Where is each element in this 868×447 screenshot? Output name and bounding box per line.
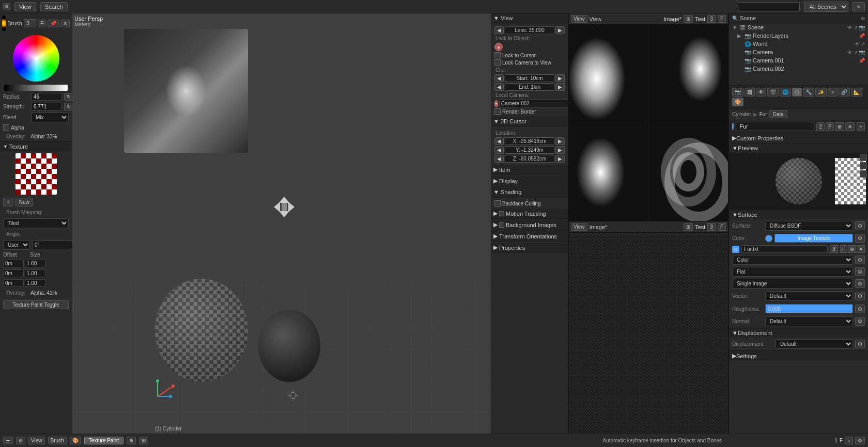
bottom-global-btn[interactable]: ⊕: [16, 437, 25, 444]
vector-select[interactable]: Default: [765, 291, 853, 301]
color-strip[interactable]: [4, 85, 68, 91]
img-header-action-btn[interactable]: ⊞: [684, 15, 693, 23]
img-f-btn[interactable]: F: [718, 15, 726, 23]
flat-opt-settings-btn[interactable]: ⚙: [855, 267, 865, 276]
angle-mode-select[interactable]: User: [3, 240, 30, 250]
single-image-settings-btn[interactable]: ⚙: [855, 279, 865, 288]
cursor-y-dec[interactable]: ◀: [494, 146, 504, 154]
size-x-input[interactable]: [25, 260, 45, 267]
tex-link-btn[interactable]: ⊕: [848, 245, 856, 253]
lock-camera-checkbox[interactable]: Lock Camera to View: [493, 59, 566, 66]
texture-paint-toggle-btn[interactable]: Texture Paint Toggle: [3, 300, 69, 309]
preview-cube-icon[interactable]: [860, 162, 867, 169]
normal-select[interactable]: Default: [765, 316, 853, 326]
viewport-3d[interactable]: User Persp Meters: [72, 13, 491, 434]
clip-start-inc[interactable]: ▶: [555, 74, 565, 82]
lens-dec-btn[interactable]: ◀: [494, 26, 504, 34]
surface-type-settings-btn[interactable]: ⚙: [855, 221, 865, 230]
brush-num-input[interactable]: [24, 19, 36, 27]
scene-vis-btn[interactable]: 👁: [847, 25, 853, 30]
radius-input[interactable]: [31, 93, 62, 101]
material-name-input[interactable]: [736, 122, 814, 131]
clip-start-dec[interactable]: ◀: [494, 74, 504, 82]
offset-y-input[interactable]: [3, 269, 24, 277]
backface-culling-checkbox[interactable]: Backface Culling: [493, 200, 566, 207]
roughness-settings-btn[interactable]: ⚙: [855, 305, 865, 313]
display-section-header[interactable]: ▶ Display: [491, 176, 568, 186]
cam-render-btn[interactable]: 📷: [859, 50, 865, 55]
data-btn[interactable]: Data: [769, 110, 787, 118]
texture-section-header[interactable]: ▼ Texture: [0, 141, 72, 151]
props-data-btn[interactable]: 📐: [851, 88, 862, 97]
lock-camera-cb-box[interactable]: [494, 59, 501, 66]
local-cam-input[interactable]: [499, 100, 568, 107]
material-add-btn[interactable]: +: [857, 122, 865, 131]
surface-header[interactable]: ▼ Surface: [729, 210, 868, 219]
displacement-select[interactable]: Default: [776, 339, 853, 349]
size-y-input[interactable]: [25, 269, 45, 277]
displacement-header[interactable]: ▼ Displacement: [729, 328, 868, 338]
clip-end-inc[interactable]: ▶: [555, 83, 565, 91]
props-physics-btn[interactable]: ⚛: [828, 88, 838, 97]
cursor-y-inc[interactable]: ▶: [555, 146, 565, 154]
world-select-btn[interactable]: ↗: [861, 41, 865, 47]
brush-f-btn[interactable]: F: [38, 20, 46, 27]
lens-inc-btn[interactable]: ▶: [555, 26, 565, 34]
props-modifier-btn[interactable]: 🔧: [803, 88, 814, 97]
brush-pin-btn[interactable]: 📌: [48, 20, 59, 27]
strength-icon-btn[interactable]: ↻: [64, 103, 72, 110]
transform-orient-header[interactable]: ▶ Transform Orientations: [491, 231, 568, 242]
outliner-renderlayers-item[interactable]: ▶ 📷 RenderLayers 📌: [729, 31, 868, 40]
tex-node-name-input[interactable]: [741, 245, 828, 253]
view-section-header[interactable]: ▼ View: [491, 13, 568, 23]
cursor-x-value[interactable]: X: -36.8418cm: [505, 137, 554, 145]
cam001-pin-btn[interactable]: 📌: [859, 58, 865, 63]
shading-section-header[interactable]: ▼ Shading: [491, 187, 568, 197]
cam-vis-btn[interactable]: 👁: [847, 50, 853, 55]
flat-option-select[interactable]: Flat: [732, 267, 853, 277]
color-option-select[interactable]: Color: [732, 255, 853, 265]
tex-f-btn[interactable]: F: [840, 245, 847, 253]
clip-end-dec[interactable]: ◀: [494, 83, 504, 91]
props-world-btn[interactable]: 🌐: [780, 88, 791, 97]
bottom-img-view-btn[interactable]: View: [571, 223, 587, 231]
settings-header[interactable]: ▶ Settings: [729, 351, 868, 361]
search-btn[interactable]: Search: [40, 2, 68, 11]
surface-type-select[interactable]: Diffuse BSDF: [765, 221, 853, 231]
brush-close-btn[interactable]: ✕: [60, 20, 70, 27]
custom-props-header[interactable]: ▶ Custom Properties: [729, 133, 868, 143]
lock-cursor-cb-box[interactable]: [494, 52, 501, 58]
outliner-camera002-item[interactable]: 📷 Camera.002: [729, 65, 868, 73]
outliner-scene-item[interactable]: ▼ 🎬 Scene 👁 ↗ 📷: [729, 23, 868, 31]
bottom-paint-icon-btn[interactable]: 🎨: [70, 437, 81, 444]
scene-search-input[interactable]: [738, 2, 800, 11]
texture-new-btn[interactable]: New: [16, 198, 33, 206]
alpha-checkbox-label[interactable]: Alpha: [3, 124, 24, 131]
preview-header[interactable]: ▼ Preview: [729, 143, 868, 153]
material-link-btn[interactable]: ⊕: [835, 122, 844, 131]
vector-settings-btn[interactable]: ⚙: [855, 292, 865, 300]
clip-end-value[interactable]: End: 1km: [505, 83, 554, 91]
scene-render-btn[interactable]: 📷: [859, 25, 865, 30]
backface-culling-cb[interactable]: [494, 200, 501, 206]
rl-pin-btn[interactable]: 📌: [859, 33, 865, 39]
props-constraints-btn[interactable]: 🔗: [839, 88, 850, 97]
bottom-add-btn[interactable]: ⊕: [127, 437, 136, 444]
clip-start-value[interactable]: Start: 10cm: [505, 74, 554, 82]
alpha-checkbox[interactable]: [3, 124, 9, 131]
props-output-btn[interactable]: 🖼: [745, 88, 755, 97]
props-scene-btn[interactable]: 🎬: [767, 88, 779, 97]
cursor-x-dec[interactable]: ◀: [494, 137, 504, 145]
outliner-view-btn[interactable]: ⊕: [861, 15, 865, 21]
material-f-btn[interactable]: F: [826, 122, 834, 131]
props-particles-btn[interactable]: ✨: [815, 88, 827, 97]
properties-header[interactable]: ▶ Properties: [491, 243, 568, 253]
outliner-world-item[interactable]: 🌐 World 👁 ↗: [729, 40, 868, 48]
props-render-btn[interactable]: 📷: [732, 88, 743, 97]
lens-value[interactable]: Lens: 35.000: [505, 26, 554, 34]
img-view-btn[interactable]: View: [571, 15, 587, 23]
bottom-mode-btn[interactable]: Texture Paint: [84, 437, 123, 444]
cursor-z-dec[interactable]: ◀: [494, 155, 504, 163]
motion-tracking-cb[interactable]: [499, 211, 504, 216]
scene-select-btn[interactable]: ↗: [854, 25, 858, 30]
